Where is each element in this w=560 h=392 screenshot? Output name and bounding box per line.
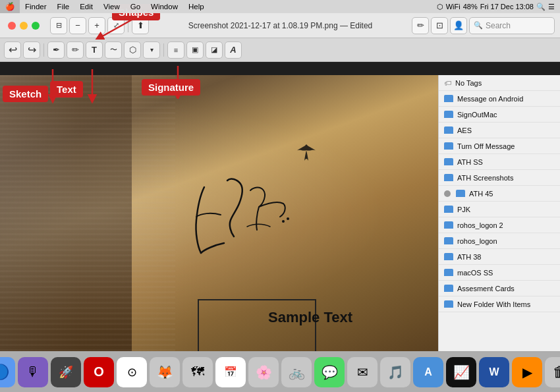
sidebar-item-label: New Folder With Items <box>457 300 530 308</box>
dock-vlc[interactable]: ▶ <box>512 357 542 387</box>
help-menu[interactable]: Help <box>183 0 210 13</box>
draw-tool[interactable]: ✏ <box>67 42 84 59</box>
dock-music[interactable]: 🎵 <box>380 357 410 387</box>
folder-icon <box>444 174 453 181</box>
sidebar-item-label: ATH SS <box>457 158 483 166</box>
signature-annotation-label: Signature <box>142 79 200 96</box>
dock-messages[interactable]: 💬 <box>314 357 345 387</box>
sidebar-item-new-folder[interactable]: New Folder With Items <box>439 296 560 312</box>
spotlight-icon[interactable]: 🔍 <box>536 3 546 11</box>
go-menu[interactable]: Go <box>125 0 146 13</box>
dock-mail[interactable]: ✉ <box>347 357 378 387</box>
sidebar-item-no-tags[interactable]: 🏷 No Tags <box>439 75 560 91</box>
minimize-button[interactable] <box>20 22 28 30</box>
sidebar-item-pjk[interactable]: PJK <box>439 202 560 217</box>
sidebar-item-message-android[interactable]: Message on Android <box>439 91 560 107</box>
dock-appstore[interactable]: A <box>413 357 443 387</box>
search-bar[interactable]: 🔍 Search <box>469 17 555 34</box>
text-tool[interactable]: T <box>86 42 103 59</box>
edit-menu[interactable]: Edit <box>74 0 98 13</box>
folder-icon <box>456 190 465 197</box>
sample-text: Sample Text <box>268 309 352 326</box>
sidebar-item-ath-45[interactable]: ATH 45 <box>439 186 560 202</box>
sidebar-item-aes[interactable]: AES <box>439 123 560 138</box>
sidebar-toggle-button[interactable]: ⊟ <box>50 17 67 34</box>
sidebar-item-signout-mac[interactable]: SignOutMac <box>439 107 560 123</box>
border-color-button[interactable]: ▣ <box>186 42 204 59</box>
sidebar-item-ath-screenshots[interactable]: ATH Screenshots <box>439 170 560 186</box>
finder-menu[interactable]: Finder <box>20 0 52 13</box>
folder-icon <box>444 142 453 150</box>
sidebar-item-label: rohos_logon <box>457 237 497 245</box>
signature-annotation <box>214 167 306 249</box>
sidebar-item-macos-ss[interactable]: macOS SS <box>439 265 560 281</box>
zoom-in-button[interactable]: + <box>88 17 105 34</box>
shapes-tool[interactable]: ⬡ <box>124 42 141 59</box>
sidebar-item-ath-ss[interactable]: ATH SS <box>439 154 560 170</box>
tag-dot-icon <box>444 190 451 197</box>
sketch-tool[interactable]: ✒ <box>47 42 65 59</box>
sidebar-item-assessment-cards[interactable]: Assesment Cards <box>439 281 560 296</box>
pencil-icon[interactable]: ✏ <box>412 17 429 34</box>
search-placeholder: Search <box>486 21 511 30</box>
sidebar-item-label: Turn Off Message <box>457 142 515 150</box>
svg-point-0 <box>282 220 285 223</box>
view-menu[interactable]: View <box>98 0 125 13</box>
shape-dropdown[interactable]: ▾ <box>143 42 160 59</box>
svg-point-1 <box>287 217 289 220</box>
dock-calendar[interactable]: 📅 <box>215 357 246 387</box>
control-center-icon[interactable]: ☰ <box>548 3 555 11</box>
sidebar-item-label: ATH 38 <box>457 253 481 261</box>
eagle-silhouette <box>293 141 320 164</box>
dock-firefox[interactable]: 🦊 <box>150 357 180 387</box>
close-button[interactable] <box>8 22 16 30</box>
undo-button[interactable]: ↩ <box>4 42 21 59</box>
dock-photos[interactable]: 🌸 <box>248 357 279 387</box>
sidebar-item-turn-off-msg[interactable]: Turn Off Message <box>439 138 560 154</box>
fill-color-button[interactable]: ◪ <box>206 42 223 59</box>
window-menu[interactable]: Window <box>146 0 183 13</box>
sidebar-item-label: Message on Android <box>457 95 523 103</box>
redo-button[interactable]: ↪ <box>23 42 40 59</box>
sketch-annotation-container: Sketch <box>3 86 48 102</box>
fullscreen-button[interactable] <box>32 22 40 30</box>
traffic-lights <box>0 22 40 30</box>
crop-button[interactable]: ⊡ <box>431 17 448 34</box>
text-annotation-container: Text <box>50 81 83 98</box>
dock-stocks[interactable]: 📈 <box>446 357 476 387</box>
folder-icon <box>444 126 453 134</box>
zoom-out-button[interactable]: − <box>69 17 86 34</box>
text-format-button[interactable]: A <box>225 42 242 59</box>
file-menu[interactable]: File <box>52 0 75 13</box>
dock-chrome[interactable]: ⊙ <box>117 357 147 387</box>
signature-tool[interactable]: 〜 <box>105 42 122 59</box>
dock-siri[interactable]: 🎙 <box>18 357 48 387</box>
sidebar-item-label: ATH Screenshots <box>457 174 513 182</box>
sidebar-item-label: Assesment Cards <box>457 285 515 293</box>
sidebar-item-rohos-2[interactable]: rohos_logon 2 <box>439 217 560 233</box>
dock-word[interactable]: W <box>479 357 509 387</box>
dock-maps[interactable]: 🗺 <box>182 357 213 387</box>
sidebar-item-rohos[interactable]: rohos_logon <box>439 233 560 249</box>
bluetooth-icon: ⬡ <box>437 3 443 11</box>
system-menu-bar: 🍎 Finder File Edit View Go Window Help ⬡… <box>0 0 560 13</box>
sidebar-item-label: PJK <box>457 206 470 213</box>
align-left-button[interactable]: ≡ <box>167 42 184 59</box>
dock-bike[interactable]: 🚲 <box>281 357 312 387</box>
folder-icon <box>444 111 453 118</box>
dock-finder[interactable]: 🔵 <box>0 357 15 387</box>
folder-icon <box>444 237 453 244</box>
sidebar-item-label: SignOutMac <box>457 111 497 119</box>
dock-opera[interactable]: O <box>84 357 114 387</box>
person-icon[interactable]: 👤 <box>450 17 467 34</box>
dock-trash[interactable]: 🗑 <box>545 357 560 387</box>
folder-icon <box>444 95 453 102</box>
sys-menu-left: 🍎 Finder File Edit View Go Window Help <box>0 0 210 13</box>
folder-icon <box>444 206 453 213</box>
apple-menu[interactable]: 🍎 <box>0 0 20 13</box>
sidebar-item-ath-38[interactable]: ATH 38 <box>439 249 560 265</box>
sidebar: 🏷 No Tags Message on Android SignOutMac … <box>438 75 560 351</box>
dock-launchpad[interactable]: 🚀 <box>51 357 81 387</box>
folder-icon <box>444 253 453 260</box>
window-title: Screenshot 2021-12-17 at 1.08.19 PM.png … <box>188 21 373 30</box>
